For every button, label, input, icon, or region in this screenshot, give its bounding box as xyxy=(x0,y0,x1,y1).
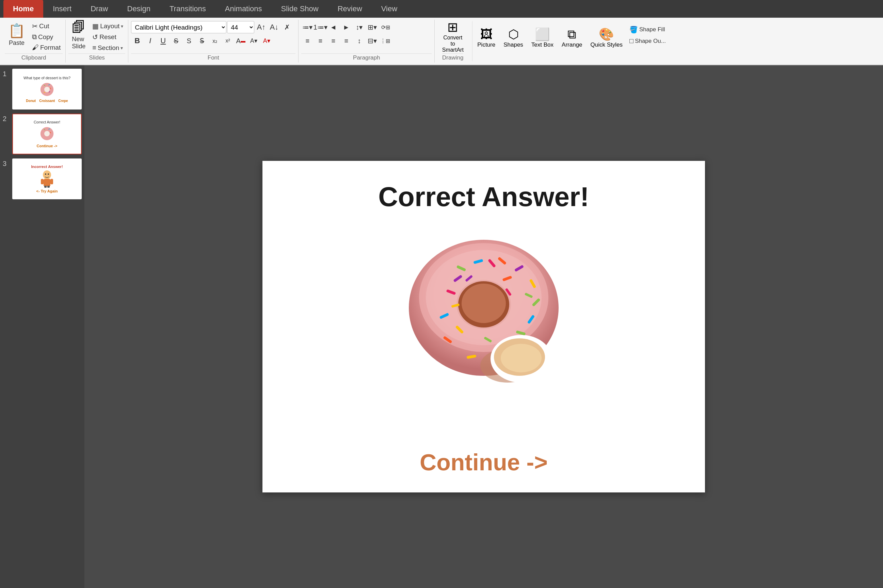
strikethrough-button[interactable]: S xyxy=(170,35,182,47)
slide-2-thumbnail[interactable]: Correct Answer! Continue -> xyxy=(12,114,82,154)
numbering-button[interactable]: 1≔▾ xyxy=(314,21,326,33)
slides-small-buttons: ▦ Layout ▾ ↺ Reset ≡ Section ▾ xyxy=(90,21,125,53)
svg-rect-16 xyxy=(41,179,44,184)
reset-button[interactable]: ↺ Reset xyxy=(90,32,125,42)
para-row-1: ≔▾ 1≔▾ ◄ ► ↕▾ ⊞▾ ⟳⊞ xyxy=(301,21,393,33)
font-color2-button[interactable]: A▾ xyxy=(260,35,273,47)
columns-button[interactable]: ⊞▾ xyxy=(366,21,378,33)
layout-button[interactable]: ▦ Layout ▾ xyxy=(90,21,125,31)
tab-transitions[interactable]: Transitions xyxy=(160,0,215,18)
quick-styles-button[interactable]: 🎨 Quick Styles xyxy=(587,22,626,53)
decrease-font-button[interactable]: A↓ xyxy=(268,21,280,33)
shape-outline-label: Shape Ou... xyxy=(635,38,666,45)
svg-point-8 xyxy=(44,131,50,136)
svg-rect-17 xyxy=(50,179,53,184)
slide-3-thumbnail[interactable]: Incorrect Answer! <- Try Ag xyxy=(12,159,82,199)
tab-design[interactable]: Design xyxy=(118,0,160,18)
shape-fill-icon: 🪣 xyxy=(629,26,638,34)
new-slide-label: NewSlide xyxy=(72,36,86,50)
slide-canvas-area: Correct Answer! xyxy=(84,65,883,588)
tab-slideshow[interactable]: Slide Show xyxy=(272,0,328,18)
justify-button[interactable]: ≡ xyxy=(340,35,352,47)
strikethrough2-button[interactable]: S̶ xyxy=(196,35,208,47)
arrange-icon: ⧉ xyxy=(567,27,576,42)
font-row-1: Calibri Light (Headings) Calibri Arial 4… xyxy=(131,21,293,33)
tab-insert[interactable]: Insert xyxy=(43,0,81,18)
shape-outline-button[interactable]: □ Shape Ou... xyxy=(627,36,668,46)
underline-button[interactable]: U xyxy=(157,35,169,47)
align-center-button[interactable]: ≡ xyxy=(314,35,326,47)
font-family-select[interactable]: Calibri Light (Headings) Calibri Arial xyxy=(131,21,226,33)
italic-button[interactable]: I xyxy=(144,35,156,47)
svg-point-14 xyxy=(48,174,49,175)
main-area: 1 What type of dessert is this? xyxy=(0,65,883,588)
slide-continue-text[interactable]: Continue -> xyxy=(262,449,705,476)
slide-1-thumbnail[interactable]: What type of dessert is this? Donut xyxy=(12,69,82,110)
font-color-button[interactable]: A▬ xyxy=(235,35,247,47)
align-text-button[interactable]: ⊟▾ xyxy=(366,35,378,47)
svg-rect-18 xyxy=(44,186,47,188)
bullets-button[interactable]: ≔▾ xyxy=(301,21,313,33)
layout-icon: ▦ xyxy=(92,22,99,30)
increase-font-button[interactable]: A↑ xyxy=(255,21,267,33)
shape-fill-label: Shape Fill xyxy=(639,26,665,33)
align-left-button[interactable]: ≡ xyxy=(301,35,313,47)
convert-smartart2-button[interactable]: ⋮⊞ xyxy=(379,35,391,47)
quick-styles-icon: 🎨 xyxy=(599,27,614,42)
tab-draw[interactable]: Draw xyxy=(81,0,117,18)
new-slide-button[interactable]: 🗐 NewSlide xyxy=(68,21,89,48)
align-right-button[interactable]: ≡ xyxy=(327,35,339,47)
shadow-button[interactable]: S xyxy=(183,35,195,47)
shape-outline-icon: □ xyxy=(629,37,633,45)
tab-home[interactable]: Home xyxy=(3,0,43,18)
slide-1-options: Donut Croissant Crepe xyxy=(26,99,68,103)
textbox-tool-button[interactable]: ⬜ Text Box xyxy=(528,22,557,53)
slide-main-title: Correct Answer! xyxy=(378,181,589,213)
cut-button[interactable]: ✂ Cut xyxy=(30,21,63,31)
subscript-button[interactable]: x₂ xyxy=(209,35,221,47)
tab-review[interactable]: Review xyxy=(328,0,372,18)
slide-2-donut-svg xyxy=(39,126,55,142)
ribbon-group-drawing: ⊞ Convert to SmartArt Drawing 🖼 Picture … xyxy=(435,20,671,63)
clear-formatting-button[interactable]: ✗ xyxy=(281,21,293,33)
shapes-tool-button[interactable]: ⬡ Shapes xyxy=(500,22,526,53)
ribbon-group-slides: 🗐 NewSlide ▦ Layout ▾ ↺ Reset ≡ xyxy=(66,20,128,63)
layout-dropdown-arrow: ▾ xyxy=(121,24,123,29)
slide-3-number: 3 xyxy=(3,160,10,168)
quick-styles-label: Quick Styles xyxy=(591,42,623,48)
arrange-tool-button[interactable]: ⧉ Arrange xyxy=(558,22,585,53)
line-spacing-button[interactable]: ↕▾ xyxy=(353,21,365,33)
paste-button[interactable]: 📋 Paste xyxy=(5,21,29,48)
decrease-indent-button[interactable]: ◄ xyxy=(327,21,339,33)
svg-point-26 xyxy=(462,284,506,323)
paste-label: Paste xyxy=(9,39,24,46)
smartart-convert-button[interactable]: ⟳⊞ xyxy=(379,21,393,33)
convert-smartart-button[interactable]: ⊞ Convert to SmartArt xyxy=(438,21,468,52)
reset-icon: ↺ xyxy=(92,33,98,41)
svg-rect-19 xyxy=(47,186,50,188)
para-row-2: ≡ ≡ ≡ ≡ ↕ ⊟▾ ⋮⊞ xyxy=(301,35,391,47)
format-painter-button[interactable]: 🖌 Format xyxy=(30,42,63,52)
tab-view[interactable]: View xyxy=(372,0,407,18)
section-button[interactable]: ≡ Section ▾ xyxy=(90,43,125,53)
tab-animations[interactable]: Animations xyxy=(215,0,272,18)
ribbon-group-clipboard: 📋 Paste ✂ Cut ⧉ Copy 🖌 Format xyxy=(2,20,66,63)
bold-button[interactable]: B xyxy=(131,35,143,47)
slide-canvas[interactable]: Correct Answer! xyxy=(262,161,705,492)
section-icon: ≡ xyxy=(92,44,96,52)
copy-button[interactable]: ⧉ Copy xyxy=(30,32,63,42)
shape-fill-button[interactable]: 🪣 Shape Fill xyxy=(627,24,668,35)
slide-2-number: 2 xyxy=(3,115,10,123)
text-highlight-button[interactable]: A▾ xyxy=(247,35,260,47)
picture-tool-button[interactable]: 🖼 Picture xyxy=(474,22,499,53)
font-size-select[interactable]: 44 36 48 60 xyxy=(227,21,254,33)
text-direction-button[interactable]: ↕ xyxy=(353,35,365,47)
svg-point-1 xyxy=(44,87,50,92)
copy-label: Copy xyxy=(38,33,53,41)
clipboard-group-label: Clipboard xyxy=(5,53,63,61)
superscript-button[interactable]: x² xyxy=(222,35,234,47)
increase-indent-button[interactable]: ► xyxy=(340,21,352,33)
slide-2-continue: Continue -> xyxy=(37,144,57,148)
slide-main-donut-svg xyxy=(399,223,569,393)
cut-icon: ✂ xyxy=(32,22,38,30)
